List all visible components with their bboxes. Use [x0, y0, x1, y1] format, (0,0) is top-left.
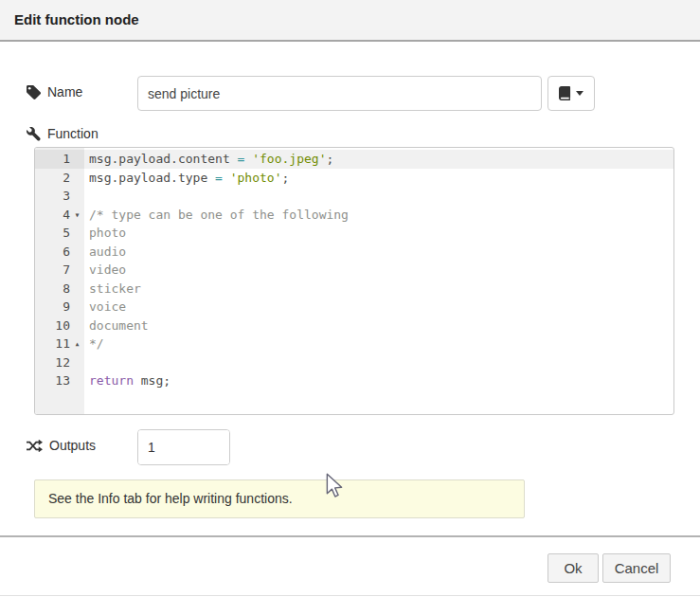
- info-tip-box: See the Info tab for help writing functi…: [34, 479, 525, 518]
- function-label-text: Function: [47, 126, 99, 141]
- outputs-spinner: ▲ ▼: [137, 429, 230, 465]
- code-line[interactable]: document: [84, 317, 673, 335]
- gutter-line-number: 2: [35, 169, 84, 188]
- function-label: Function: [27, 126, 99, 141]
- name-label-text: Name: [47, 84, 82, 100]
- outputs-label-text: Outputs: [49, 438, 96, 453]
- code-line[interactable]: */: [84, 335, 673, 353]
- code-line[interactable]: msg.payload.content = 'foo.jpeg';: [84, 150, 673, 169]
- code-line[interactable]: return msg;: [84, 371, 673, 390]
- tag-icon: [27, 85, 41, 100]
- shuffle-icon: [27, 440, 43, 452]
- code-line[interactable]: [84, 187, 673, 206]
- gutter-line-number: 9: [35, 298, 84, 317]
- name-label: Name: [27, 84, 82, 100]
- caret-down-icon: [576, 91, 583, 96]
- gutter-line-number: 12: [35, 353, 84, 372]
- code-line[interactable]: video: [84, 261, 673, 280]
- gutter-line-number: 11▴: [35, 335, 84, 353]
- code-line[interactable]: voice: [84, 298, 673, 317]
- gutter-line-number: 6: [35, 243, 84, 262]
- gutter-line-number: 8: [35, 280, 84, 298]
- gutter-line-number: 7: [35, 261, 84, 280]
- code-line[interactable]: [84, 353, 673, 372]
- gutter-line-number: 1: [35, 150, 84, 169]
- code-line[interactable]: /* type can be one of the following: [84, 206, 673, 225]
- wrench-icon: [27, 127, 41, 141]
- code-line[interactable]: photo: [84, 224, 673, 243]
- gutter-line-number: 4▾: [35, 206, 84, 225]
- dialog-title: Edit function node: [0, 0, 700, 42]
- dialog-footer: Ok Cancel: [0, 535, 700, 594]
- code-line[interactable]: audio: [84, 243, 673, 262]
- function-code-editor[interactable]: 1234▾567891011▴1213 msg.payload.content …: [34, 147, 674, 415]
- editor-gutter: 1234▾567891011▴1213: [35, 148, 84, 414]
- gutter-line-number: 10: [35, 317, 84, 335]
- code-line[interactable]: msg.payload.type = 'photo';: [84, 169, 673, 188]
- fold-end-icon[interactable]: ▴: [70, 335, 84, 353]
- cancel-button[interactable]: Cancel: [602, 553, 671, 583]
- gutter-line-number: 3: [35, 187, 84, 206]
- name-input[interactable]: [137, 76, 542, 111]
- info-tip-text: See the Info tab for help writing functi…: [48, 491, 293, 506]
- outputs-input[interactable]: [138, 430, 230, 464]
- ok-button[interactable]: Ok: [547, 553, 599, 583]
- outputs-label: Outputs: [27, 438, 96, 453]
- gutter-line-number: 5: [35, 224, 84, 243]
- editor-code[interactable]: msg.payload.content = 'foo.jpeg';msg.pay…: [84, 148, 673, 414]
- gutter-line-number: 13: [35, 371, 84, 390]
- fold-open-icon[interactable]: ▾: [70, 206, 84, 225]
- book-icon: [559, 86, 571, 100]
- edit-function-node-dialog: Edit function node Name Function 1234▾56…: [0, 0, 700, 597]
- dialog-bottom-edge: [0, 595, 700, 596]
- code-line[interactable]: sticker: [84, 280, 673, 298]
- library-button[interactable]: [547, 76, 595, 111]
